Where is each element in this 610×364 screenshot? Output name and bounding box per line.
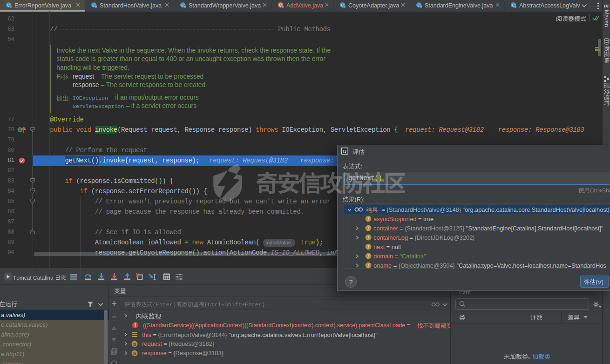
svg-text:p: p [133,341,136,346]
svg-text:p: p [133,351,136,356]
svg-text:IJ: IJ [343,149,346,154]
